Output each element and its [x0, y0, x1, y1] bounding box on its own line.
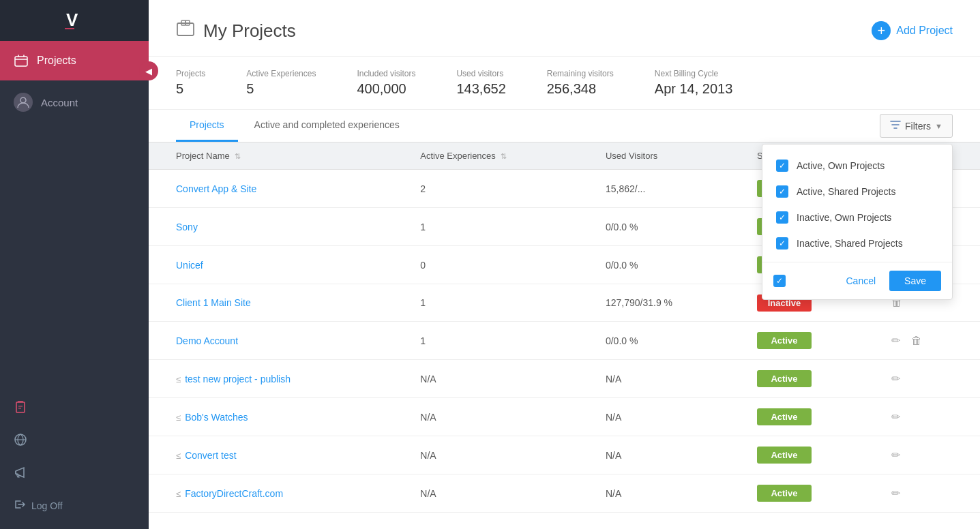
- sort-icon-project-name: ⇅: [235, 152, 241, 160]
- filters-button[interactable]: Filters ▼: [880, 114, 953, 138]
- title-icon: [176, 19, 195, 42]
- row-actions: ✏: [887, 369, 969, 388]
- status-badge: Active: [757, 485, 812, 502]
- projects-label: Projects: [37, 55, 76, 67]
- cell-active-exp: N/A: [409, 360, 595, 398]
- cell-project-name: ≤test new project - publish: [149, 360, 409, 398]
- tab-projects[interactable]: Projects: [176, 110, 238, 142]
- cell-project-name: ≤Bob's Watches: [149, 398, 409, 436]
- cell-used-visitors: 0/0.0 %: [595, 246, 746, 284]
- row-actions: ✏: [887, 446, 969, 464]
- cell-actions: ✏: [876, 360, 980, 398]
- project-link[interactable]: Convert App & Site: [176, 183, 256, 194]
- cell-status: Active: [746, 436, 876, 474]
- edit-button[interactable]: ✏: [887, 484, 904, 502]
- filter-option-inactive-shared[interactable]: ✓ Inactive, Shared Projects: [762, 230, 952, 256]
- edit-button[interactable]: ✏: [887, 331, 904, 350]
- filters-label: Filters: [905, 121, 931, 132]
- project-link[interactable]: Unicef: [176, 260, 203, 271]
- project-link[interactable]: Convert test: [185, 450, 236, 461]
- shared-icon: ≤: [176, 451, 181, 461]
- status-badge: Active: [757, 370, 812, 387]
- edit-button[interactable]: ✏: [887, 369, 904, 388]
- filter-option-active-shared[interactable]: ✓ Active, Shared Projects: [762, 179, 952, 205]
- filter-label-active-own: Active, Own Projects: [797, 160, 885, 171]
- sidebar-item-projects[interactable]: Projects: [0, 41, 149, 80]
- svg-text:V: V: [66, 10, 78, 30]
- projects-icon: [14, 53, 29, 68]
- filter-checkbox-active-shared[interactable]: ✓: [776, 185, 788, 198]
- stat-active-exp-value: 5: [246, 81, 316, 97]
- col-active-exp-label: Active Experiences: [420, 151, 496, 161]
- project-link[interactable]: FactoryDirectCraft.com: [185, 488, 283, 499]
- stat-active-exp: Active Experiences 5: [246, 69, 316, 97]
- cell-status: Active: [746, 398, 876, 436]
- project-link[interactable]: test new project - publish: [185, 374, 291, 384]
- cell-actions: ✏: [876, 474, 980, 513]
- tabs-row: Projects Active and completed experience…: [149, 110, 980, 142]
- plus-icon: +: [872, 21, 891, 40]
- filter-option-inactive-own[interactable]: ✓ Inactive, Own Projects: [762, 205, 952, 230]
- stat-remaining-visitors: Remaining visitors 256,348: [547, 69, 614, 97]
- table-row: ≤Bob's Watches N/A N/A Active ✏: [149, 398, 980, 436]
- project-link[interactable]: Sony: [176, 222, 198, 232]
- sidebar-bottom: Log Off: [0, 391, 149, 529]
- cell-actions: ✏ 🗑: [876, 322, 980, 360]
- status-badge: Active: [757, 332, 812, 349]
- cell-used-visitors: N/A: [595, 436, 746, 474]
- tab-active-completed[interactable]: Active and completed experiences: [241, 110, 413, 142]
- stat-billing-cycle-value: Apr 14, 2013: [655, 81, 733, 97]
- cell-active-exp: 2: [409, 170, 595, 208]
- project-link[interactable]: Bob's Watches: [185, 412, 248, 423]
- stat-included-visitors-value: 400,000: [357, 81, 415, 97]
- cell-used-visitors: N/A: [595, 474, 746, 513]
- row-actions: ✏ 🗑: [887, 331, 969, 350]
- cell-project-name: Convert App & Site: [149, 170, 409, 208]
- filter-icon: [890, 119, 901, 132]
- cell-status: Active: [746, 360, 876, 398]
- table-row: ≤test new project - publish N/A N/A Acti…: [149, 360, 980, 398]
- cell-used-visitors: N/A: [595, 360, 746, 398]
- edit-button[interactable]: ✏: [887, 408, 904, 426]
- sidebar-collapse-button[interactable]: ◀: [139, 61, 158, 80]
- stat-used-visitors: Used visitors 143,652: [456, 69, 505, 97]
- cell-used-visitors: 0/0.0 %: [595, 322, 746, 360]
- filter-dropdown: ✓ Active, Own Projects ✓ Active, Shared …: [762, 144, 953, 300]
- project-link[interactable]: Client 1 Main Site: [176, 297, 251, 308]
- cell-used-visitors: 127,790/31.9 %: [595, 284, 746, 322]
- filter-checkbox-inactive-own[interactable]: ✓: [776, 211, 788, 224]
- project-link[interactable]: Demo Account: [176, 335, 238, 346]
- table-row: ≤FactoryDirectCraft.com N/A N/A Active ✏: [149, 474, 980, 513]
- main-content: My Projects + Add Project Projects 5 Act…: [149, 0, 980, 529]
- cell-used-visitors: 15,862/...: [595, 170, 746, 208]
- col-project-name[interactable]: Project Name ⇅: [149, 142, 409, 170]
- cell-actions: ✏: [876, 436, 980, 474]
- clipboard-icon[interactable]: [0, 391, 149, 423]
- edit-button[interactable]: ✏: [887, 446, 904, 464]
- stat-used-visitors-value: 143,652: [456, 81, 505, 97]
- cell-active-exp: 1: [409, 208, 595, 246]
- shared-icon: ≤: [176, 374, 181, 384]
- filter-extra-checkbox[interactable]: ✓: [773, 275, 786, 287]
- cell-project-name: Client 1 Main Site: [149, 284, 409, 322]
- shared-icon: ≤: [176, 412, 181, 423]
- sidebar-item-account[interactable]: Account: [0, 80, 149, 124]
- stat-remaining-visitors-value: 256,348: [547, 81, 614, 97]
- megaphone-icon[interactable]: [0, 456, 149, 489]
- sidebar: V Projects Account ◀: [0, 0, 149, 529]
- filter-cancel-button[interactable]: Cancel: [839, 271, 882, 290]
- sidebar-bottom-icons: [0, 391, 149, 489]
- cell-project-name: ≤FactoryDirectCraft.com: [149, 474, 409, 513]
- filter-save-button[interactable]: Save: [889, 271, 941, 291]
- filter-checkbox-active-own[interactable]: ✓: [776, 160, 788, 172]
- logoff-button[interactable]: Log Off: [0, 489, 149, 522]
- col-active-experiences[interactable]: Active Experiences ⇅: [409, 142, 595, 170]
- stat-included-visitors-label: Included visitors: [357, 69, 415, 78]
- status-badge: Active: [757, 447, 812, 464]
- filter-actions: ✓ Cancel Save: [762, 262, 952, 299]
- delete-button[interactable]: 🗑: [907, 332, 926, 350]
- filter-option-active-own[interactable]: ✓ Active, Own Projects: [762, 153, 952, 179]
- globe-icon[interactable]: [0, 423, 149, 456]
- filter-checkbox-inactive-shared[interactable]: ✓: [776, 237, 788, 250]
- add-project-button[interactable]: + Add Project: [872, 21, 953, 40]
